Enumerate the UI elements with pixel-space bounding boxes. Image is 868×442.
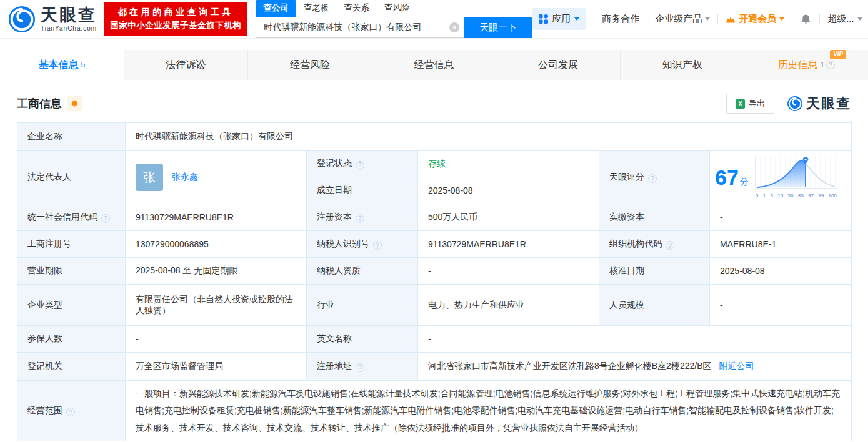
reg-capital-label: 注册资本? xyxy=(307,204,418,231)
status-badge: 存续 xyxy=(428,159,446,169)
help-icon[interactable]: ? xyxy=(356,161,364,170)
reg-number-value: 130729000068895 xyxy=(126,231,307,258)
insured-count-value: - xyxy=(126,326,307,353)
search-tab-risk[interactable]: 查风险 xyxy=(377,0,417,17)
legal-rep-link[interactable]: 张永鑫 xyxy=(172,172,198,183)
legal-rep-label: 法定代表人 xyxy=(17,151,126,204)
banner-line1: 都在用的商业查询工具 xyxy=(110,6,241,19)
address-value: 河北省张家口市高新技术产业开发区沈孔路8号企业孵化楼B座2楼222/B区 xyxy=(428,361,712,371)
tianyancha-logo[interactable]: 天眼查 TianYanCha.com xyxy=(7,5,97,34)
industry-value: 电力、热力生产和供应业 xyxy=(418,285,599,326)
tab-legal-proceedings[interactable]: 法律诉讼 xyxy=(124,50,249,80)
paid-capital-label: 实缴资本 xyxy=(599,204,710,231)
export-button[interactable]: X 导出 xyxy=(726,94,774,114)
help-icon[interactable]: ? xyxy=(101,214,110,223)
help-icon[interactable]: ? xyxy=(648,174,657,183)
company-tabbar: 基本信息 5 法律诉讼 经营风险 经营信息 公司发展 知识产权 VIP 历史信息… xyxy=(0,50,868,80)
divider xyxy=(647,14,647,24)
vip-badge: VIP xyxy=(830,50,846,59)
nav-super-account[interactable]: 超级... xyxy=(827,13,862,25)
help-icon[interactable]: ? xyxy=(826,61,835,69)
table-row: 法定代表人 张 张永鑫 登记状态? 存续 天眼评分? 67分 xyxy=(17,151,852,177)
tab-label: 基本信息 xyxy=(38,59,78,72)
taxpayer-quality-label: 纳税人资质 xyxy=(307,258,418,285)
business-term-value: 2025-08-08 至 无固定期限 xyxy=(126,258,307,285)
business-term-label: 营业期限 xyxy=(17,258,126,285)
divider xyxy=(717,14,718,24)
reg-number-label: 工商注册号 xyxy=(17,231,126,258)
tab-company-development[interactable]: 公司发展 xyxy=(496,50,621,80)
nav-cooperation[interactable]: 商务合作 xyxy=(602,13,639,25)
industry-label: 行业 xyxy=(307,285,418,326)
search-tabs: 查公司 查老板 查关系 查风险 xyxy=(256,0,532,17)
business-scope-value: 一般项目：新兴能源技术研发;新能源汽车换电设施销售;在线能源计量技术研发;合同能… xyxy=(126,381,852,441)
tianyancha-swirl-icon xyxy=(7,5,36,34)
help-icon[interactable]: ? xyxy=(356,363,364,372)
tab-operating-risk[interactable]: 经营风险 xyxy=(248,50,372,80)
tab-intellectual-property[interactable]: 知识产权 xyxy=(621,50,745,80)
bell-icon xyxy=(71,99,79,108)
search-tab-company[interactable]: 查公司 xyxy=(256,0,296,17)
help-icon[interactable]: ? xyxy=(66,408,75,416)
tianyancha-swirl-icon xyxy=(787,96,803,112)
table-row: 经营范围? 一般项目：新兴能源技术研发;新能源汽车换电设施销售;在线能源计量技术… xyxy=(17,381,852,441)
nav-open-vip[interactable]: 开通会员 xyxy=(726,13,784,25)
top-nav: 应用 商务合作 企业级产品 开通会员 超级... xyxy=(532,8,862,30)
english-name-value: - xyxy=(418,326,852,353)
org-code-value: MAERRU8E-1 xyxy=(710,231,852,258)
help-icon[interactable]: ? xyxy=(356,214,364,223)
taxpayer-id-label: 纳税人识别号? xyxy=(307,231,418,258)
apps-menu[interactable]: 应用 xyxy=(532,8,586,30)
logo-domain: TianYanCha.com xyxy=(41,26,97,32)
apps-label: 应用 xyxy=(552,13,571,25)
grid-icon xyxy=(539,14,548,24)
establish-date-value: 2025-08-08 xyxy=(418,177,599,204)
staff-size-value: - xyxy=(710,285,852,326)
reg-status-label: 登记状态? xyxy=(307,151,418,177)
uscc-value: 91130729MAERRU8E1R xyxy=(126,204,307,231)
score-unit: 分 xyxy=(740,177,749,187)
tab-count-badge: 1 xyxy=(820,61,824,69)
chevron-down-icon xyxy=(779,17,784,21)
promo-banner: 都在用的商业查询工具 国家中小企业发展子基金旗下机构 xyxy=(104,2,247,36)
reg-authority-label: 登记机关 xyxy=(17,353,126,381)
nearby-companies-link[interactable]: 附近公司 xyxy=(719,361,754,371)
taxpayer-id-value: 91130729MAERRU8E1R xyxy=(418,231,599,258)
insured-count-label: 参保人数 xyxy=(17,326,126,353)
company-type-label: 企业类型 xyxy=(17,285,126,326)
nav-enterprise-products[interactable]: 企业级产品 xyxy=(655,13,710,25)
tab-business-info[interactable]: 经营信息 xyxy=(372,50,497,80)
english-name-label: 英文名称 xyxy=(307,326,418,353)
excel-icon: X xyxy=(736,99,745,109)
notification-bell-icon[interactable] xyxy=(800,13,812,26)
score-distribution-chart: 0131550859799100 xyxy=(755,157,837,199)
reg-authority-value: 万全区市场监督管理局 xyxy=(126,353,307,381)
business-scope-label: 经营范围? xyxy=(17,381,126,441)
business-info-table: 企业名称 时代骐骥新能源科技（张家口）有限公司 法定代表人 张 张永鑫 登记状态… xyxy=(17,122,852,441)
table-row: 统一社会信用代码? 91130729MAERRU8E1R 注册资本? 500万人… xyxy=(17,204,852,231)
tab-basic-info[interactable]: 基本信息 5 xyxy=(0,50,124,80)
crown-icon xyxy=(726,15,736,24)
company-name-value: 时代骐骥新能源科技（张家口）有限公司 xyxy=(126,123,852,151)
clear-search-icon[interactable]: ✕ xyxy=(449,22,459,32)
table-row: 企业名称 时代骐骥新能源科技（张家口）有限公司 xyxy=(17,123,852,151)
approve-date-label: 核准日期 xyxy=(599,258,710,285)
search-input[interactable] xyxy=(262,22,449,33)
search-tab-boss[interactable]: 查老板 xyxy=(296,0,337,17)
tab-history-info[interactable]: VIP 历史信息 1 ? xyxy=(744,50,868,80)
search-area: 查公司 查老板 查关系 查风险 ✕ 天眼一下 xyxy=(256,0,532,38)
approve-date-value: 2025-08-08 xyxy=(710,258,852,285)
chevron-down-icon xyxy=(574,17,579,21)
help-icon[interactable]: ? xyxy=(373,241,382,250)
search-tab-relation[interactable]: 查关系 xyxy=(336,0,377,17)
table-row: 参保人数 - 英文名称 - xyxy=(17,326,852,353)
uscc-label: 统一社会信用代码? xyxy=(17,204,126,231)
monitor-bell-button[interactable] xyxy=(67,96,82,111)
score-axis: 0131550859799100 xyxy=(755,193,837,199)
help-icon[interactable]: ? xyxy=(666,241,674,250)
search-button[interactable]: 天眼一下 xyxy=(464,17,532,38)
divider xyxy=(819,14,820,24)
taxpayer-quality-value: - xyxy=(418,258,599,285)
avatar[interactable]: 张 xyxy=(136,164,163,191)
company-type-value: 有限责任公司（非自然人投资或控股的法人独资） xyxy=(126,285,307,326)
